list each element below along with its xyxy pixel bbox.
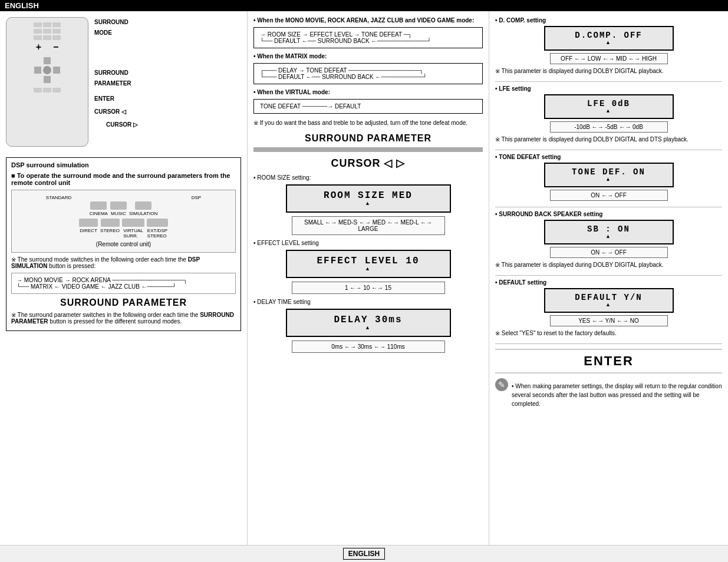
flow-diagram-3: TONE DEFEAT ──────→ DEFAULT	[253, 99, 483, 114]
bullet-default: • DEFAULT setting	[495, 279, 722, 286]
remote-side-labels: SURROUND MODE SURROUND PARAMETER ENTER C…	[94, 17, 138, 130]
section-sb: • SURROUND BACK SPEAKER setting SB : ON …	[495, 211, 722, 269]
asterisk-virtual: ※ If you do want the bass and treble to …	[253, 118, 483, 127]
bullet-lfe: • LFE setting	[495, 85, 722, 92]
gray-bar	[253, 147, 483, 152]
remote-btn	[43, 29, 51, 34]
surround-param-title-left: SURROUND PARAMETER	[11, 297, 236, 308]
note-lfe: This parameter is displayed during DOLBY…	[495, 135, 722, 144]
cinema-btn-group: CINEMA	[90, 201, 108, 216]
footer-label: ENGLISH	[343, 548, 385, 560]
surround-parameter-label: SURROUND PARAMETER	[94, 68, 138, 89]
range-tone-defeat: ON ←→ OFF	[550, 190, 668, 201]
display-sb: SB : ON ▲	[544, 220, 674, 244]
flow-row2: └── DEFAULT ←── SURROUND BACK ←─────────…	[260, 38, 476, 44]
flow-row-matrix2: └─── DEFAULT ←── SURROUND BACK ←────────…	[260, 74, 476, 80]
header-label: ENGLISH	[5, 1, 39, 10]
range-dcomp: OFF ←→ LOW ←→ MID ←→ HIGH	[550, 53, 668, 64]
display-effect-level: EFFECT LEVEL 10 ▲	[286, 250, 451, 278]
note-icon: ✎	[495, 378, 508, 391]
remote-btn	[34, 35, 42, 40]
simulation-btn-group: SIMULATION	[129, 201, 157, 216]
bullet-room-size: • ROOM SIZE setting:	[253, 174, 483, 181]
remote-btn	[43, 88, 51, 92]
divider	[495, 343, 722, 344]
display-lfe: LFE 0dB ▲	[544, 94, 674, 119]
display-default: DEFAULT Y/N ▲	[544, 288, 674, 313]
flow-row-virtual: TONE DEFEAT ──────→ DEFAULT	[260, 103, 476, 110]
dsp-asterisk2: ※ The surround parameter switches in the…	[11, 312, 236, 325]
flow-row1: → ROOM SIZE → EFFECT LEVEL → TONE DEFEAT…	[260, 31, 476, 38]
display-delay: DELAY 30ms ▲	[286, 309, 451, 337]
bottom-note: • When making parameter settings, the di…	[512, 382, 722, 408]
remote-btn	[34, 29, 42, 34]
remote-unit-box: STANDARD DSP CINEMA MUSIC	[11, 190, 236, 253]
virtual-surround-btn-group: VIRTUALSURR.	[122, 219, 144, 239]
top-bar: ENGLISH	[0, 0, 728, 11]
remote-graphic: + −	[6, 17, 88, 147]
display-dcomp: D.COMP. OFF ▲	[544, 26, 674, 51]
stereo-btn-group: STEREO	[100, 219, 120, 239]
remote-btn	[34, 22, 42, 27]
dpad-right	[53, 67, 60, 74]
mode-seq-box: → MONO MOVIE → ROCK ARENA ──────────────…	[11, 273, 236, 294]
surround-param-title-mid: SURROUND PARAMETER	[253, 133, 483, 144]
remote-unit-caption: (Remote control unit)	[96, 241, 151, 247]
remote-btn	[52, 88, 61, 92]
section-lfe: • LFE setting LFE 0dB ▲ -10dB ←→ -5dB ←→…	[495, 85, 722, 144]
bullet-dcomp: • D. COMP. setting	[495, 17, 722, 24]
note-default: Select "YES" to reset to the factory def…	[495, 329, 722, 338]
ext-in-btn-group: EXT/DSPSTEREO	[147, 219, 168, 239]
enter-title: ENTER	[495, 349, 722, 373]
range-room-size: SMALL ←→ MED-S ←→ MED ←→ MED-L ←→ LARGE	[292, 216, 445, 235]
remote-btn	[43, 22, 51, 27]
remote-area: + −	[6, 17, 241, 147]
display-room-size: ROOM SIZE MED ▲	[286, 184, 451, 213]
bullet-matrix: • When the MATRIX mode:	[253, 53, 483, 59]
dsp-asterisk1: ※ The surround mode switches in the foll…	[11, 256, 236, 269]
surround-mode-label: SURROUND MODE	[94, 17, 138, 38]
dsp-subtitle: ■ To operate the surround mode and the s…	[11, 172, 236, 186]
divider	[495, 275, 722, 276]
remote-btn	[43, 35, 51, 40]
dpad-up	[44, 57, 51, 64]
remote-unit-inner: STANDARD DSP CINEMA MUSIC	[17, 195, 230, 247]
remote-dpad	[34, 57, 60, 83]
divider	[495, 81, 722, 82]
dpad-left	[34, 67, 41, 74]
section-default: • DEFAULT setting DEFAULT Y/N ▲ YES ←→ Y…	[495, 279, 722, 338]
mode-seq-row2: └── MATRIX ← VIDEO GAME ← JAZZ CLUB ←───…	[17, 283, 230, 290]
remote-btn	[34, 88, 42, 92]
range-effect-level: 1 ←→ 10 ←→ 15	[292, 282, 445, 294]
bullet-effect-level: • EFFECT LEVEL setting	[253, 240, 483, 246]
cursor-section: CURSOR ◁ ▷	[253, 157, 483, 170]
range-delay: 0ms ←→ 30ms ←→ 110ms	[292, 340, 445, 353]
music-btn-group: MUSIC	[110, 201, 127, 216]
bullet-mono-movie: • When the MONO MOVIE, ROCK ARENA, JAZZ …	[253, 17, 483, 24]
range-lfe: -10dB ←→ -5dB ←→ 0dB	[550, 121, 668, 133]
dsp-title: DSP surround simulation	[11, 161, 236, 168]
dpad-down	[44, 76, 51, 83]
col-left: + −	[0, 11, 248, 545]
content-area: + −	[0, 11, 728, 545]
dpad-center	[43, 66, 51, 74]
bullet-delay-time: • DELAY TIME setting	[253, 299, 483, 305]
enter-label: ENTER	[94, 94, 138, 104]
note-sb: This parameter is displayed during DOLBY…	[495, 260, 722, 269]
note-dcomp: This parameter is displayed during DOLBY…	[495, 67, 722, 75]
note-area: ✎ • When making parameter settings, the …	[495, 378, 722, 408]
bullet-sb: • SURROUND BACK SPEAKER setting	[495, 211, 722, 217]
remote-btn	[52, 35, 61, 40]
section-tone-defeat: • TONE DEFEAT setting TONE DEF. ON ▲ ON …	[495, 154, 722, 201]
mode-seq-row1: → MONO MOVIE → ROCK ARENA ──────────────…	[17, 277, 230, 283]
cursor-right-label: CURSOR ▷	[94, 120, 138, 130]
cursor-left-label: CURSOR ◁	[94, 107, 138, 117]
bullet-virtual: • When the VIRTUAL mode:	[253, 89, 483, 95]
flow-diagram-2: ┌─── DELAY → TONE DEFEAT ───────────────…	[253, 63, 483, 84]
remote-unit-top-btns: CINEMA MUSIC SIMULATION	[90, 201, 157, 216]
remote-btn	[52, 22, 61, 27]
divider	[495, 150, 722, 150]
footer: ENGLISH	[0, 545, 728, 562]
section-dcomp: • D. COMP. setting D.COMP. OFF ▲ OFF ←→ …	[495, 17, 722, 75]
range-sb: ON ←→ OFF	[550, 247, 668, 258]
